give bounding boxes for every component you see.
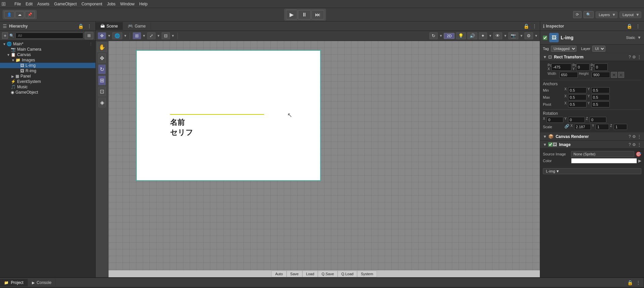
inspector-more-icon[interactable]: ⋮ [635,23,641,29]
image-settings-icon[interactable]: ⚙ [632,142,636,147]
menu-file[interactable]: File [12,1,23,7]
collab-btn[interactable]: ⟳ [573,11,582,18]
side-custom-tool[interactable]: ◈ [98,98,106,107]
project-lock-icon[interactable]: 🔒 [626,280,634,286]
anchor-r-btn[interactable]: R [611,72,617,78]
btn-save[interactable]: Save [287,271,302,277]
search-btn[interactable]: 🔍 [584,11,594,18]
source-target-icon[interactable]: 🎯 [636,151,641,157]
tab-console[interactable]: ▶ Console [28,279,56,286]
menu-edit[interactable]: Edit [24,1,35,7]
inspector-lock-icon[interactable]: 🔒 [626,23,633,29]
play-button[interactable]: ▶ [286,10,297,19]
rect-transform-header[interactable]: ▼ ⊡ Rect Transform ? ⚙ ⋮ [540,53,644,61]
anchor-max-x-input[interactable] [568,94,587,100]
tree-item-images[interactable]: ▼ 📁 Images [0,57,95,63]
tab-scene[interactable]: 🏔 Scene [96,22,123,30]
color-expand-icon[interactable]: ▶ [638,158,641,163]
scene-effects-btn[interactable]: ✦ [479,32,487,39]
menu-help[interactable]: Help [137,1,150,7]
menu-component[interactable]: Component [79,1,104,7]
btn-qsave[interactable]: Q.Save [318,271,338,277]
scale-z-input[interactable] [614,124,627,130]
pos-y-input[interactable] [576,63,590,71]
hierarchy-search-input[interactable] [15,33,83,39]
side-cross-tool[interactable]: ✥ [98,53,106,63]
scene-2d-btn[interactable]: 2D [444,33,455,39]
rect-more-icon[interactable]: ⋮ [637,55,641,59]
tree-item-music[interactable]: 🎵 Music [0,84,95,90]
cloud-btn[interactable]: ☁ [15,11,24,18]
scene-audio-btn[interactable]: 🔊 [467,32,477,39]
scene-tool-globe[interactable]: 🌐 [112,32,122,39]
obj-active-checkbox[interactable] [543,36,547,40]
btn-load[interactable]: Load [302,271,318,277]
tree-item-l-img[interactable]: 🖼 L-img [0,63,95,68]
tree-item-main-camera[interactable]: 📷 Main Camera [0,47,95,52]
scene-cam-btn[interactable]: 📷 [508,32,518,39]
image-component-header[interactable]: ▼ 🖼 Image ? ⚙ ⋮ [540,141,644,149]
tree-item-main[interactable]: ▼ 🌐 Main* ⋮ [0,41,95,47]
menu-window[interactable]: Window [118,1,137,7]
canvas-help-icon[interactable]: ? [629,134,631,139]
scene-more-icon[interactable]: ⋮ [531,23,538,29]
side-rect-tool[interactable]: ⊞ [98,76,106,85]
image-help-icon[interactable]: ? [629,142,631,147]
scene-view[interactable]: ✋ ✥ ↻ ⊞ ⊡ ◈ 名前 セリフ ↖ [96,41,540,277]
side-hand-tool[interactable]: ✋ [97,42,107,52]
scene-tool-move[interactable]: ⤢ [147,32,156,39]
height-input[interactable] [592,72,610,78]
step-button[interactable]: ⏭ [311,10,324,19]
pin-btn[interactable]: 📌 [25,11,35,18]
rot-z-input[interactable] [590,117,606,123]
scale-x-input[interactable] [574,124,591,130]
scene-light-btn[interactable]: 💡 [456,32,466,39]
hierarchy-lock-icon[interactable]: 🔒 [77,23,85,29]
account-btn[interactable]: 👤 [4,11,14,18]
pos-z-input[interactable] [594,63,608,71]
btn-auto[interactable]: Auto [271,271,287,277]
anchor-min-x-input[interactable] [568,87,587,93]
pause-button[interactable]: ⏸ [298,10,311,19]
layer-select[interactable]: UI [592,46,605,52]
canvas-settings-icon[interactable]: ⚙ [632,134,636,139]
rect-help-icon[interactable]: ? [629,55,631,59]
pivot-x-input[interactable] [568,101,587,107]
scene-lock-icon[interactable]: 🔒 [522,23,530,29]
menu-gameobject[interactable]: GameObject [52,1,79,7]
scene-tool-transform[interactable]: ✥ [98,32,106,39]
add-hierarchy-btn[interactable]: + [2,32,8,39]
tree-item-panel[interactable]: ▶ ▦ Panel [0,74,95,79]
btn-qload[interactable]: Q.Load [338,271,357,277]
tree-item-eventsystem[interactable]: ⚡ EventSystem [0,79,95,84]
hierarchy-filter-btn[interactable]: ⊞ [85,32,93,39]
side-scale-tool[interactable]: ⊡ [98,87,106,96]
tab-project[interactable]: 📁 Project [0,279,28,286]
scale-y-input[interactable] [596,124,609,130]
image-more-icon[interactable]: ⋮ [637,142,641,147]
pos-x-input[interactable] [551,63,571,71]
scene-tool-rect[interactable]: ⊞ [133,32,141,39]
rot-y-input[interactable] [568,117,585,123]
canvas-more-icon[interactable]: ⋮ [637,134,641,139]
tree-item-gameobject[interactable]: ◉ GameObject [0,90,95,95]
anchor-min-y-input[interactable] [591,87,610,93]
scene-hidden-btn[interactable]: 👁 [493,32,502,39]
image-active-checkbox[interactable] [548,142,553,147]
anchor-c-btn[interactable]: C [618,72,624,78]
tag-select[interactable]: Untagged [551,46,576,52]
btn-system[interactable]: System [357,271,377,277]
scene-tool-grid[interactable]: ⊟ [162,32,170,39]
canvas-renderer-header[interactable]: ▼ 📦 Canvas Renderer ? ⚙ ⋮ [540,133,644,141]
menu-jobs[interactable]: Jobs [105,1,117,7]
menu-assets[interactable]: Assets [35,1,51,7]
project-more-icon[interactable]: ⋮ [635,280,642,286]
width-input[interactable] [559,72,578,78]
color-swatch[interactable] [571,158,637,163]
anchor-max-y-input[interactable] [591,94,610,100]
hierarchy-more-icon[interactable]: ⋮ [86,23,93,29]
tree-item-canvas[interactable]: ▼ 📋 Canvas [0,52,95,57]
side-rotate-tool[interactable]: ↻ [98,64,106,74]
scene-rotate-widget[interactable]: ↻ [429,32,438,39]
rect-settings-icon[interactable]: ⚙ [632,55,636,59]
